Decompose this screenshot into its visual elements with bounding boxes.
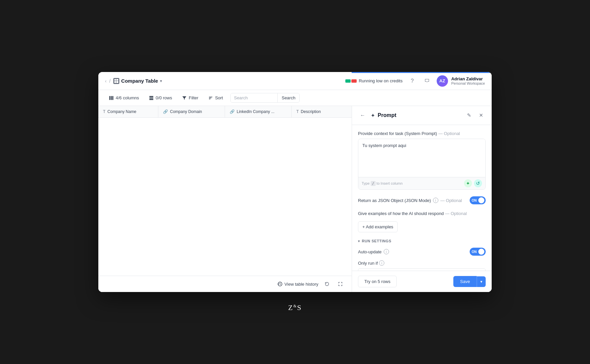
- rows-button[interactable]: 0/0 rows: [145, 93, 176, 102]
- system-prompt-label: Provide context for task (System Prompt)…: [358, 131, 486, 136]
- json-mode-info-icon[interactable]: i: [433, 198, 438, 203]
- columns-label: 4/6 columns: [116, 95, 139, 100]
- close-button[interactable]: ✕: [476, 111, 486, 120]
- user-text: Adrian Zaldivar Personal Workspace: [451, 76, 485, 85]
- search-button[interactable]: Search: [277, 93, 299, 102]
- table-header: T Company Name 🔗 Company Domain 🔗 Linked…: [98, 106, 352, 118]
- back-button[interactable]: ←: [358, 111, 367, 120]
- only-run-if-section: Only run if i "Hello " + {{ "First Name"…: [358, 260, 486, 271]
- prompt-header-left: ← ✦ Prompt: [358, 111, 396, 120]
- col-label-company-name: Company Name: [107, 109, 136, 114]
- toolbar: 4/6 columns 0/0 rows Filter Sort Search: [98, 90, 492, 106]
- brand: Z&S: [288, 303, 302, 312]
- run-settings-header[interactable]: ▾ RUN SETTINGS: [358, 239, 486, 243]
- active-tab-indicator: [352, 72, 492, 73]
- col-header-linkedin: 🔗 LinkedIn Company ...: [225, 106, 292, 117]
- table-title: Company Table: [121, 78, 158, 84]
- credits-badge: Running low on credits: [345, 78, 403, 83]
- system-prompt-section: Provide context for task (System Prompt)…: [358, 131, 486, 190]
- company-name-icon: T: [103, 109, 105, 114]
- auto-update-section: Auto-update i ON: [358, 248, 486, 256]
- table-area: T Company Name 🔗 Company Domain 🔗 Linked…: [98, 106, 352, 292]
- svg-rect-4: [149, 97, 153, 98]
- sort-button[interactable]: Sort: [204, 93, 227, 102]
- prompt-header-right: ✎ ✕: [464, 111, 486, 120]
- insert-hint: Type / to Insert column: [362, 181, 403, 186]
- json-mode-toggle-knob: [478, 197, 484, 203]
- prompt-textarea-footer: Type / to Insert column ✦ ↺: [358, 177, 485, 189]
- col-header-description: T Description: [292, 106, 352, 117]
- company-domain-icon: 🔗: [163, 109, 168, 114]
- user-workspace: Personal Workspace: [451, 81, 485, 85]
- main-content: T Company Name 🔗 Company Domain 🔗 Linked…: [98, 106, 492, 292]
- credit-icons: [345, 79, 357, 83]
- auto-update-toggle-knob: [478, 249, 484, 255]
- prompt-textarea-wrapper: Type / to Insert column ✦ ↺: [358, 139, 486, 190]
- textarea-actions: ✦ ↺: [464, 179, 482, 187]
- ai-action-btn-2[interactable]: ↺: [474, 179, 482, 187]
- inbox-button[interactable]: [422, 76, 432, 86]
- edit-button[interactable]: ✎: [464, 111, 474, 120]
- refresh-button[interactable]: [322, 279, 332, 289]
- only-run-if-field[interactable]: "Hello " + {{ "First Name" }}: [358, 268, 486, 271]
- table-title-chevron-icon: ▾: [160, 79, 162, 83]
- columns-button[interactable]: 4/6 columns: [105, 93, 143, 102]
- help-button[interactable]: ?: [407, 76, 417, 86]
- filter-label: Filter: [189, 95, 198, 100]
- credit-icon-red: [351, 79, 357, 83]
- json-mode-toggle[interactable]: ON: [470, 196, 486, 204]
- run-settings-chevron-icon: ▾: [358, 239, 360, 243]
- save-btn-wrapper: Save ▾: [453, 276, 486, 287]
- svg-rect-2: [112, 96, 113, 100]
- sort-label: Sort: [215, 95, 223, 100]
- app-window: ‹ / Company Table ▾: [98, 72, 492, 292]
- save-chevron-button[interactable]: ▾: [477, 276, 486, 287]
- credit-icon-green: [345, 79, 351, 83]
- table-title-wrapper[interactable]: Company Table ▾: [113, 78, 162, 84]
- search-wrapper: Search: [230, 93, 300, 103]
- avatar: AZ: [437, 75, 448, 87]
- table-body: [98, 118, 352, 276]
- brand-right: S: [297, 303, 302, 312]
- view-history-button[interactable]: View table history: [278, 282, 318, 287]
- svg-rect-0: [109, 96, 110, 100]
- credits-label: Running low on credits: [359, 78, 403, 83]
- search-input[interactable]: [231, 93, 277, 102]
- table-icon: [113, 78, 119, 84]
- system-prompt-optional: — Optional: [438, 131, 460, 136]
- svg-rect-1: [111, 96, 112, 100]
- json-mode-section: Return as JSON Object (JSON Mode) i — Op…: [358, 196, 486, 204]
- system-prompt-textarea[interactable]: [358, 139, 485, 176]
- prompt-panel: ← ✦ Prompt ✎ ✕ Provi: [352, 106, 492, 292]
- svg-rect-3: [149, 96, 153, 97]
- prompt-header: ← ✦ Prompt ✎ ✕: [352, 106, 492, 125]
- auto-update-toggle-text: ON: [472, 250, 477, 254]
- user-info[interactable]: AZ Adrian Zaldivar Personal Workspace: [437, 75, 485, 87]
- description-icon: T: [296, 109, 299, 114]
- top-bar: ‹ / Company Table ▾: [98, 72, 492, 90]
- user-name: Adrian Zaldivar: [451, 76, 485, 81]
- breadcrumb-chevron-icon: ‹: [105, 78, 107, 84]
- filter-button[interactable]: Filter: [178, 93, 202, 102]
- col-header-company-domain: 🔗 Company Domain: [158, 106, 225, 117]
- top-bar-right: Running low on credits ? AZ Adrian Zaldi…: [345, 75, 485, 87]
- only-run-if-info-icon[interactable]: i: [379, 260, 384, 266]
- auto-update-label: Auto-update i: [358, 249, 389, 254]
- auto-update-info-icon[interactable]: i: [384, 249, 389, 254]
- brand-left: Z: [288, 303, 293, 312]
- prompt-icon: ✦: [371, 112, 375, 119]
- save-button[interactable]: Save: [453, 276, 477, 287]
- only-run-if-label: Only run if i: [358, 260, 486, 266]
- rows-label: 0/0 rows: [156, 95, 172, 100]
- examples-section: Give examples of how the AI should respo…: [358, 211, 486, 232]
- expand-button[interactable]: [336, 279, 345, 289]
- run-settings-label: RUN SETTINGS: [362, 239, 392, 243]
- add-examples-button[interactable]: + Add examples: [358, 221, 398, 232]
- try-rows-button[interactable]: Try on 5 rows: [358, 276, 397, 287]
- ai-action-btn-1[interactable]: ✦: [464, 179, 472, 187]
- col-label-description: Description: [301, 109, 321, 114]
- json-mode-label: Return as JSON Object (JSON Mode) i — Op…: [358, 198, 462, 203]
- linkedin-icon: 🔗: [230, 109, 235, 114]
- col-label-linkedin: LinkedIn Company ...: [237, 109, 274, 114]
- auto-update-toggle[interactable]: ON: [470, 248, 486, 256]
